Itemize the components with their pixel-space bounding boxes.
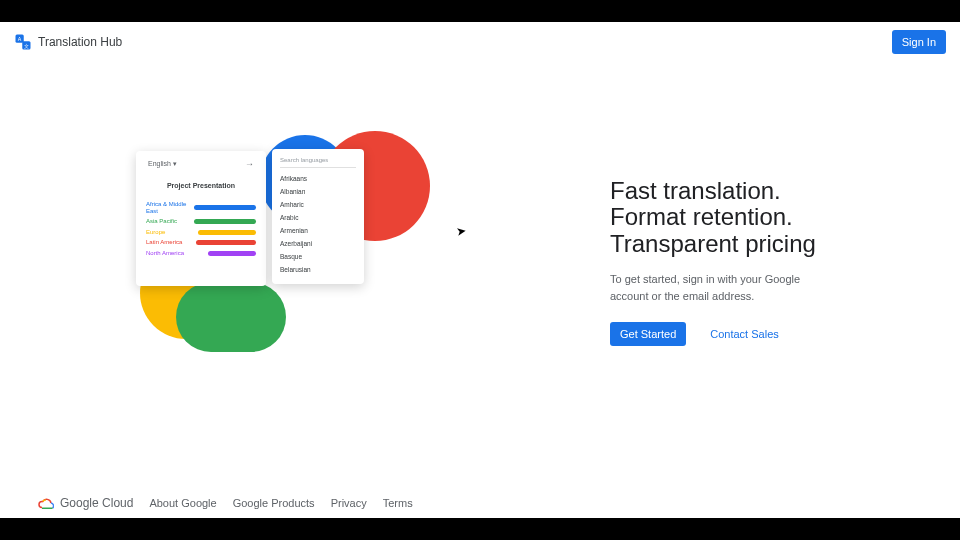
- decorative-pill-green: [176, 282, 286, 352]
- headline-line-3: Transparent pricing: [610, 230, 816, 257]
- footer-brand-text: Google Cloud: [60, 496, 133, 510]
- source-language-row: English ▾ →: [146, 159, 256, 176]
- translate-arrow-icon: →: [245, 159, 254, 169]
- get-started-button[interactable]: Get Started: [610, 322, 686, 346]
- footer-links: About GoogleGoogle ProductsPrivacyTerms: [149, 497, 412, 509]
- landing-page: A 文 Translation Hub Sign In English ▾: [0, 22, 960, 518]
- sign-in-button[interactable]: Sign In: [892, 30, 946, 54]
- chart-row-label: Latin America: [146, 239, 188, 246]
- preview-cards: English ▾ → Project Presentation Africa …: [136, 151, 364, 286]
- language-search-input: Search languages: [280, 155, 356, 168]
- hero-illustration: English ▾ → Project Presentation Africa …: [120, 127, 490, 397]
- language-option: Belarusian: [280, 263, 356, 276]
- headline: Fast translation. Format retention. Tran…: [610, 178, 920, 257]
- chart-row-label: Europe: [146, 229, 188, 236]
- footer-link[interactable]: Google Products: [233, 497, 315, 509]
- translation-hub-logo-icon: A 文: [14, 33, 32, 51]
- chart-row-bar: [196, 240, 256, 245]
- document-title: Project Presentation: [146, 176, 256, 197]
- subheadline: To get started, sign in with your Google…: [610, 271, 840, 304]
- language-option: Arabic: [280, 211, 356, 224]
- letterbox-bottom: [0, 518, 960, 540]
- document-rows: Africa & Middle EastAsia PacificEuropeLa…: [146, 201, 256, 257]
- document-preview-card: English ▾ → Project Presentation Africa …: [136, 151, 266, 286]
- headline-line-2: Format retention.: [610, 203, 793, 230]
- footer-link[interactable]: About Google: [149, 497, 216, 509]
- headline-line-1: Fast translation.: [610, 177, 781, 204]
- svg-text:文: 文: [24, 43, 29, 49]
- language-dropdown-card: Search languages AfrikaansAlbanianAmhari…: [272, 149, 364, 284]
- chart-row: North America: [146, 250, 256, 257]
- language-option: Basque: [280, 250, 356, 263]
- header: A 文 Translation Hub Sign In: [0, 22, 960, 62]
- language-option: Azerbaijani: [280, 237, 356, 250]
- chart-row-bar: [208, 251, 256, 256]
- footer: Google Cloud About GoogleGoogle Products…: [0, 496, 960, 510]
- brand: A 文 Translation Hub: [14, 33, 122, 51]
- chart-row-bar: [194, 219, 256, 224]
- chart-row-label: Africa & Middle East: [146, 201, 188, 214]
- chart-row-bar: [198, 230, 256, 235]
- app-title: Translation Hub: [38, 35, 122, 49]
- contact-sales-link[interactable]: Contact Sales: [700, 322, 788, 346]
- chart-row-bar: [194, 205, 256, 210]
- chart-row: Europe: [146, 229, 256, 236]
- language-option: Albanian: [280, 185, 356, 198]
- svg-text:A: A: [18, 36, 22, 42]
- source-language-value: English ▾: [148, 160, 177, 168]
- footer-brand: Google Cloud: [36, 496, 133, 510]
- footer-link[interactable]: Privacy: [331, 497, 367, 509]
- hero-copy: Fast translation. Format retention. Tran…: [610, 178, 920, 346]
- chevron-down-icon: ▾: [173, 160, 177, 167]
- language-options-list: AfrikaansAlbanianAmharicArabicArmenianAz…: [280, 172, 356, 276]
- google-cloud-logo-icon: [36, 496, 54, 510]
- language-option: Armenian: [280, 224, 356, 237]
- chart-row-label: Asia Pacific: [146, 218, 188, 225]
- chart-row-label: North America: [146, 250, 188, 257]
- language-option: Amharic: [280, 198, 356, 211]
- chart-row: Latin America: [146, 239, 256, 246]
- chart-row: Africa & Middle East: [146, 201, 256, 214]
- letterbox-top: [0, 0, 960, 22]
- footer-link[interactable]: Terms: [383, 497, 413, 509]
- chart-row: Asia Pacific: [146, 218, 256, 225]
- hero: English ▾ → Project Presentation Africa …: [0, 82, 960, 442]
- language-option: Afrikaans: [280, 172, 356, 185]
- hero-actions: Get Started Contact Sales: [610, 322, 920, 346]
